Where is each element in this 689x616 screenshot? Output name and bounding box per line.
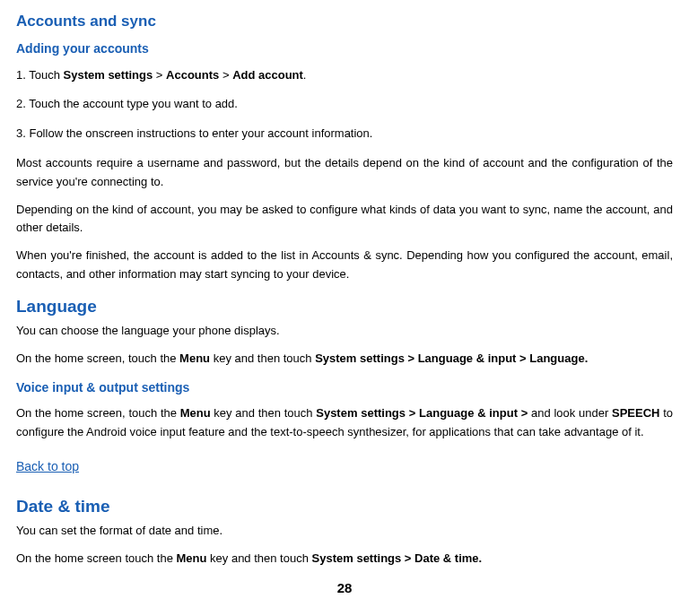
accounts-subheading: Adding your accounts (16, 39, 673, 58)
step1-prefix: 1. Touch (16, 68, 64, 82)
dt-p2-prefix: On the home screen touch the (16, 551, 177, 565)
language-heading: Language (16, 293, 673, 320)
back-to-top-link[interactable]: Back to top (16, 459, 79, 473)
accounts-para2: Depending on the kind of account, you ma… (16, 201, 673, 239)
lang-p3-b1: Menu (180, 406, 211, 420)
lang-p2-prefix: On the home screen, touch the (16, 351, 179, 365)
language-para2: On the home screen, touch the Menu key a… (16, 350, 673, 369)
step-3: 3. Follow the onscreen instructions to e… (16, 125, 673, 143)
lang-p2-b1: Menu (179, 351, 210, 365)
voice-subheading: Voice input & output settings (16, 377, 673, 397)
dt-p2-b1: Menu (177, 551, 207, 565)
step-1: 1. Touch System settings > Accounts > Ad… (16, 66, 673, 85)
step1-bold3: Add account (232, 68, 303, 82)
lang-p3-prefix: On the home screen, touch the (16, 406, 180, 420)
lang-p3-b3: SPEECH (612, 406, 659, 420)
lang-p3-b2: System settings > Language & input > (316, 406, 528, 420)
step1-suffix: . (303, 68, 307, 82)
accounts-para3: When you're finished, the account is add… (16, 247, 673, 284)
step1-bold1: System settings (64, 68, 153, 82)
step-2: 2. Touch the account type you want to ad… (16, 95, 673, 114)
lang-p3-mid2: and look under (528, 406, 612, 420)
lang-p2-b2: System settings > Language & input > Lan… (315, 351, 588, 365)
step1-bold2: Accounts (166, 68, 219, 82)
language-para1: You can choose the language your phone d… (16, 322, 673, 341)
step1-sep2: > (219, 68, 232, 82)
dt-p2-b2: System settings > Date & time. (312, 551, 483, 565)
language-para3: On the home screen, touch the Menu key a… (16, 404, 673, 442)
lang-p2-mid: key and then touch (210, 351, 315, 365)
datetime-para1: You can set the format of date and time. (16, 522, 673, 541)
accounts-para1: Most accounts require a username and pas… (16, 154, 673, 192)
step1-sep1: > (153, 68, 166, 82)
lang-p3-mid1: key and then touch (211, 406, 317, 420)
accounts-heading: Accounts and sync (16, 9, 673, 33)
dt-p2-mid: key and then touch (206, 551, 311, 565)
page-number: 28 (16, 577, 673, 599)
datetime-heading: Date & time (16, 493, 673, 520)
datetime-para2: On the home screen touch the Menu key an… (16, 550, 673, 568)
